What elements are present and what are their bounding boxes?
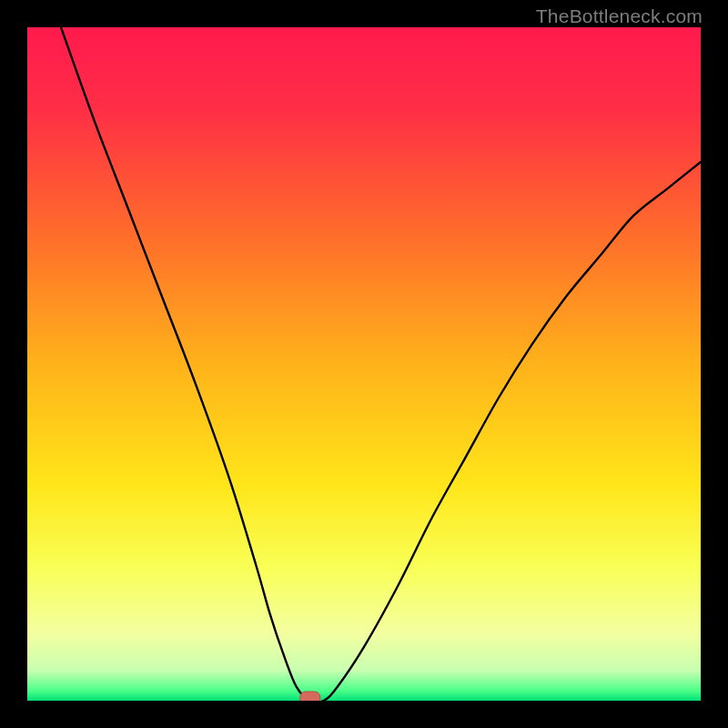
bottleneck-chart	[27, 27, 701, 701]
outer-frame: TheBottleneck.com	[0, 0, 728, 728]
gradient-background	[27, 27, 701, 701]
watermark-text: TheBottleneck.com	[536, 5, 703, 27]
plot-area	[27, 27, 701, 701]
optimum-marker	[300, 692, 320, 701]
